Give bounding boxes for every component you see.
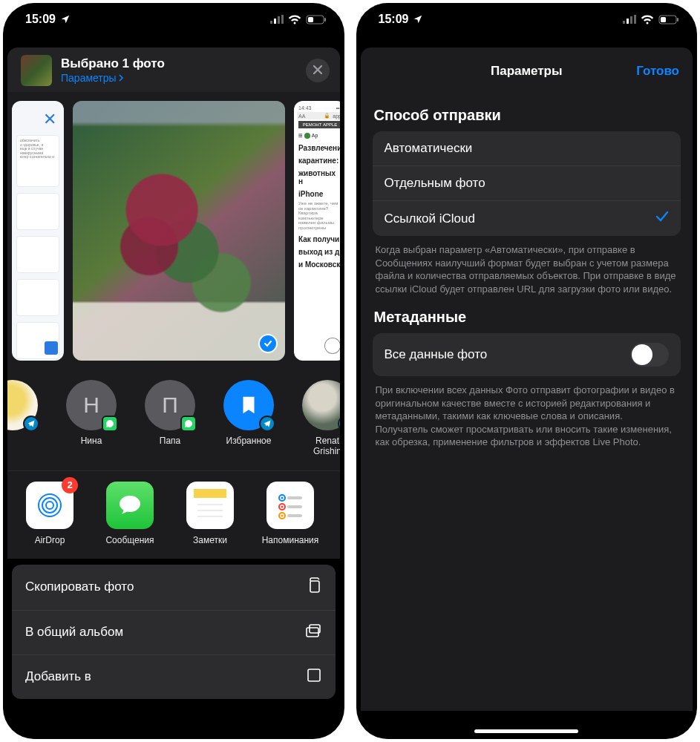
telegram-badge-icon	[23, 416, 39, 432]
avatar-initial: Н	[83, 393, 99, 418]
option-all-photo-data[interactable]: Все данные фото	[373, 333, 681, 376]
contact-item[interactable]: RenatGrishin	[295, 380, 340, 457]
notes-icon	[186, 482, 234, 529]
preview-paragraph: Уже не знаете, чем се карантине? Квартир…	[298, 201, 340, 231]
battery-icon	[306, 15, 327, 24]
status-bar: 15:09	[3, 3, 344, 36]
svg-rect-2	[278, 16, 280, 24]
cellular-icon	[270, 15, 284, 24]
home-indicator[interactable]	[474, 729, 578, 733]
selected-photo-thumbnail[interactable]	[21, 55, 52, 86]
messages-icon	[106, 482, 154, 529]
close-button[interactable]	[306, 59, 330, 82]
svg-rect-21	[287, 505, 302, 508]
avatar-initial: П	[162, 393, 178, 418]
cellular-icon	[623, 15, 636, 24]
contact-item[interactable]	[7, 380, 45, 457]
app-name: Сообщения	[105, 535, 154, 545]
contact-item[interactable]: Н Нина	[59, 380, 123, 457]
svg-rect-6	[324, 18, 326, 22]
option-icloud-link[interactable]: Ссылкой iCloud	[373, 201, 681, 236]
contact-name: Нина	[81, 436, 102, 447]
action-label: В общий альбом	[25, 625, 123, 640]
share-options-link[interactable]: Параметры	[61, 72, 124, 84]
section-send-method-title: Способ отправки	[361, 96, 693, 131]
done-button[interactable]: Готово	[636, 64, 679, 79]
metadata-caption: При включении всех данных Фото отправит …	[361, 376, 693, 452]
contacts-row: Н Нина П Папа Избранное	[7, 374, 340, 470]
action-label: Добавить в	[25, 669, 91, 684]
option-automatic[interactable]: Автоматически	[373, 131, 681, 166]
action-add-to[interactable]: Добавить в	[12, 655, 336, 699]
chevron-right-icon	[118, 72, 124, 84]
preview-headline: и Московск	[298, 260, 340, 269]
send-method-list: Автоматически Отдельным фото Ссылкой iCl…	[373, 131, 681, 236]
contact-item[interactable]: Избранное	[217, 380, 281, 457]
whatsapp-badge-icon	[180, 416, 197, 432]
contact-name: Папа	[160, 436, 180, 447]
svg-rect-35	[677, 18, 678, 22]
avatar	[302, 380, 340, 430]
preview-brand: РЕМОНТ APPLE	[298, 121, 340, 128]
options-screen: 15:09 Параметры Готово Способ отправки А…	[356, 3, 698, 739]
options-body: Способ отправки Автоматически Отдельным …	[361, 89, 693, 711]
all-photo-data-toggle[interactable]	[630, 343, 669, 367]
preview-headline: животных н	[298, 169, 340, 186]
svg-rect-31	[630, 16, 632, 24]
preview-time: 14:43	[298, 105, 312, 111]
svg-point-7	[46, 502, 53, 509]
section-metadata-title: Метаданные	[361, 298, 693, 333]
carousel-item-next[interactable]: 14:43••• AA🔒app РЕМОНТ APPLE ≡Ap Развлеч…	[294, 101, 340, 361]
selected-check-icon	[258, 334, 278, 353]
action-copy-photo[interactable]: Скопировать фото	[12, 565, 336, 611]
airdrop-badge: 2	[62, 477, 78, 493]
app-telegram[interactable]: Te	[338, 482, 340, 545]
checkmark-icon	[655, 211, 669, 226]
svg-rect-34	[661, 17, 666, 22]
avatar: П	[145, 380, 195, 430]
svg-rect-1	[274, 19, 276, 24]
preview-headline: Развлечени	[298, 144, 340, 152]
contact-item[interactable]: П Папа	[138, 380, 202, 457]
option-separate-photo[interactable]: Отдельным фото	[373, 166, 681, 201]
svg-rect-25	[310, 581, 319, 592]
carousel-item-prev[interactable]: ✕ обеспечитьо здоровье, аеще в случаенав…	[12, 101, 64, 361]
app-messages[interactable]: Сообщения	[98, 482, 162, 545]
action-shared-album[interactable]: В общий альбом	[12, 611, 336, 655]
preview-headline: карантине:	[298, 157, 340, 165]
bookmark-icon	[238, 394, 260, 416]
svg-rect-5	[308, 17, 313, 22]
app-airdrop[interactable]: 2 AirDrop	[18, 482, 82, 545]
whatsapp-badge-icon	[102, 416, 118, 432]
telegram-badge-icon	[259, 416, 275, 432]
status-time: 15:09	[25, 13, 56, 26]
option-label: Автоматически	[385, 141, 473, 156]
close-icon: ✕	[16, 108, 59, 129]
contact-name: RenatGrishin	[313, 436, 340, 457]
calendar-icon	[45, 341, 58, 355]
send-method-caption: Когда выбран параметр «Автоматически», п…	[361, 236, 693, 298]
action-list: Скопировать фото В общий альбом Добавить…	[12, 565, 336, 699]
location-icon	[413, 14, 423, 24]
status-bar: 15:09	[356, 3, 698, 36]
contact-name: Избранное	[226, 436, 272, 447]
avatar: Н	[66, 380, 117, 430]
share-header: Выбрано 1 фото Параметры	[7, 47, 340, 92]
svg-rect-18	[287, 496, 302, 499]
toggle-knob	[632, 344, 652, 365]
action-label: Скопировать фото	[25, 580, 134, 594]
app-notes[interactable]: Заметки	[178, 482, 242, 545]
app-name: Напоминания	[262, 535, 319, 545]
app-reminders[interactable]: Напоминания	[258, 482, 322, 545]
copy-icon	[306, 577, 322, 598]
reminders-icon	[266, 482, 314, 529]
share-options-label: Параметры	[61, 72, 117, 84]
carousel-item-selected[interactable]	[73, 101, 285, 361]
photo-carousel[interactable]: ✕ обеспечитьо здоровье, аеще в случаенав…	[7, 92, 340, 374]
apps-row: 2 AirDrop Сообщения Заметки Напоминания …	[7, 470, 340, 559]
shared-album-icon	[304, 623, 322, 643]
option-label: Ссылкой iCloud	[385, 211, 475, 226]
battery-icon	[658, 15, 679, 24]
svg-rect-12	[194, 498, 226, 522]
navbar-title: Параметры	[491, 64, 563, 79]
